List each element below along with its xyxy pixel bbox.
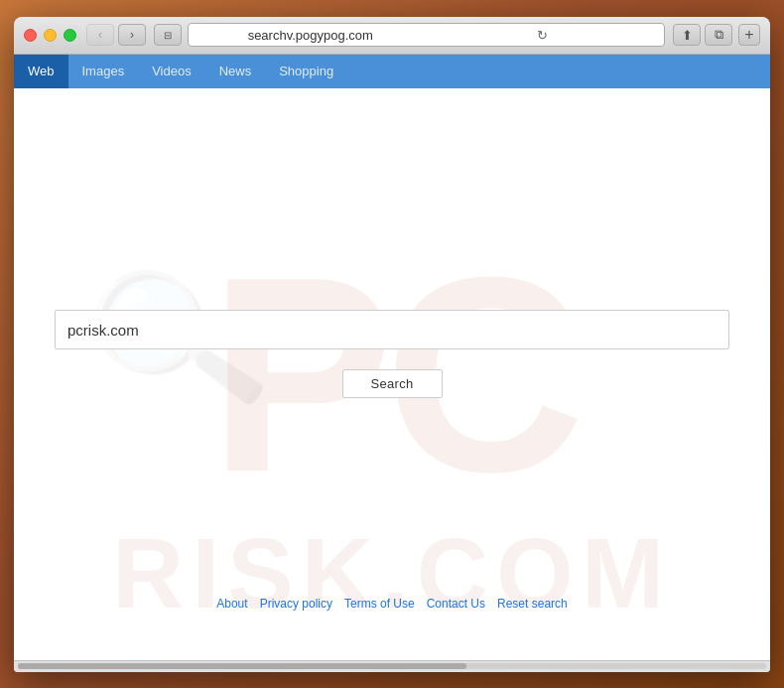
nav-bar: WebImagesVideosNewsShopping (14, 55, 770, 88)
nav-item-videos[interactable]: Videos (138, 55, 205, 88)
forward-button[interactable]: › (118, 24, 146, 46)
scrollbar-thumb[interactable] (18, 663, 466, 669)
footer-link-contact[interactable]: Contact Us (427, 597, 485, 611)
browser-window: ‹ › ⊟ searchv.pogypog.com ↻ ⬆ ⧉ + WebIma… (14, 17, 770, 672)
footer-link-terms[interactable]: Terms of Use (344, 597, 415, 611)
close-button[interactable] (24, 29, 37, 42)
forward-icon: › (130, 28, 134, 42)
back-button[interactable]: ‹ (86, 24, 114, 46)
share-button[interactable]: ⬆ (673, 24, 701, 46)
nav-item-web[interactable]: Web (14, 55, 68, 88)
url-bar[interactable]: searchv.pogypog.com ↻ (188, 23, 665, 47)
url-text: searchv.pogypog.com (196, 28, 425, 43)
search-button[interactable]: Search (342, 369, 443, 398)
traffic-lights (24, 29, 76, 42)
fullscreen-icon: ⧉ (715, 27, 723, 43)
reload-button[interactable]: ↻ (429, 28, 657, 43)
search-input-wrapper (55, 310, 729, 349)
search-form: Search (55, 310, 729, 398)
footer-link-reset[interactable]: Reset search (497, 597, 568, 611)
nav-item-shopping[interactable]: Shopping (265, 55, 347, 88)
scrollbar-area (14, 660, 770, 672)
title-bar: ‹ › ⊟ searchv.pogypog.com ↻ ⬆ ⧉ + (14, 17, 770, 55)
scrollbar-track[interactable] (18, 663, 766, 669)
share-icon: ⬆ (682, 28, 693, 43)
search-input[interactable] (55, 310, 729, 349)
nav-item-news[interactable]: News (205, 55, 266, 88)
new-tab-icon: + (744, 26, 753, 44)
footer-link-about[interactable]: About (216, 597, 247, 611)
footer-links: AboutPrivacy policyTerms of UseContact U… (216, 597, 567, 611)
maximize-button[interactable] (64, 29, 76, 42)
reader-icon: ⊟ (164, 30, 172, 41)
content-area: 🔍 PC RISK.COM Search AboutPrivacy policy… (14, 88, 770, 660)
nav-buttons: ‹ › (86, 24, 146, 46)
fullscreen-button[interactable]: ⧉ (705, 24, 732, 46)
action-buttons: ⬆ ⧉ (673, 24, 732, 46)
reader-button[interactable]: ⊟ (154, 24, 182, 46)
new-tab-button[interactable]: + (738, 24, 760, 46)
nav-item-images[interactable]: Images (68, 55, 139, 88)
back-icon: ‹ (98, 28, 102, 42)
footer-link-privacy[interactable]: Privacy policy (260, 597, 332, 611)
minimize-button[interactable] (44, 29, 57, 42)
watermark-risk-text: RISK.COM (112, 516, 672, 630)
